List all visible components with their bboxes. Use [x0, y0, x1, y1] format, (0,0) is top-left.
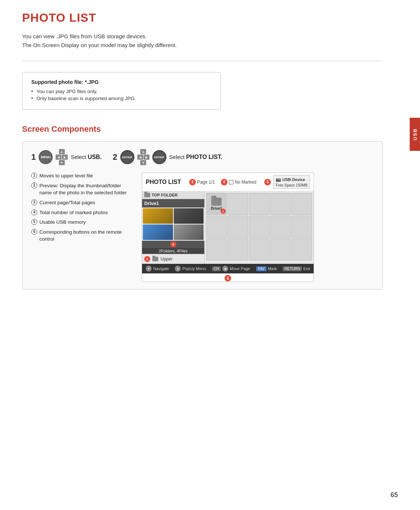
info-box: Supported photo file: *.JPG You can play…	[22, 72, 221, 110]
drive1-label: Drive1	[142, 199, 204, 208]
subtitle: You can view .JPG files from USB storage…	[22, 32, 383, 50]
arrow-left-1[interactable]: ◀	[56, 155, 61, 160]
annotation-1-grid: 1	[220, 209, 226, 214]
info-box-list: You can play JPG files only. Only baseli…	[31, 89, 212, 101]
photo-cell-8[interactable]	[249, 216, 269, 238]
photo-cell-14[interactable]	[270, 238, 291, 261]
photo-list-ui: PHOTO LIST 3 Page 1/1 4	[142, 173, 314, 282]
list-item-2: 2 Preview: Display the thumbnail/folder …	[31, 183, 134, 196]
page-number: 65	[391, 491, 398, 499]
toolbar-move-page[interactable]: CH ◉ Move Page	[212, 266, 250, 272]
photo-cell-13[interactable]	[249, 238, 269, 261]
thumb-4	[174, 224, 204, 240]
list-num-3: 3	[31, 199, 37, 205]
enter-button-1[interactable]: ENTER	[120, 150, 134, 164]
thumb-2	[174, 208, 204, 224]
arrow-left-2[interactable]: ◀	[137, 155, 143, 160]
photo-cell-12[interactable]	[227, 238, 248, 261]
info-item-2: Only baseline scan is supported among JP…	[31, 96, 212, 101]
ch-btn[interactable]: CH	[212, 266, 221, 271]
popup-icon: ●	[175, 266, 181, 272]
toolbar-mark[interactable]: FAV Mark	[256, 266, 277, 271]
photo-cell-6[interactable]	[206, 216, 227, 238]
menu-button[interactable]: MENU	[39, 150, 53, 164]
photo-list-toolbar: ✦ Navigate ● PopUp Menu CH ◉ Move Page	[142, 264, 314, 273]
folder-icon-upper	[152, 257, 158, 261]
photo-cell-4[interactable]	[270, 193, 291, 215]
list-num-1: 1	[31, 173, 37, 178]
nav-arrows-1[interactable]: ▲ ◀ ▶ ▼	[56, 149, 68, 165]
section-heading: Screen Components	[22, 124, 383, 134]
photo-cell-11[interactable]	[206, 238, 227, 261]
step-2-label: Select PHOTO LIST.	[169, 154, 222, 160]
photo-list-title: PHOTO LIST	[146, 179, 181, 185]
usb-tab-label: USB	[412, 128, 418, 140]
enter-button-2[interactable]: ENTER	[152, 150, 166, 164]
folder-icon-top	[144, 193, 150, 197]
list-num-2: 2	[31, 183, 37, 188]
photo-cell-3[interactable]	[249, 193, 269, 215]
folders-count: 2Folders, 4Files	[142, 248, 204, 254]
info-item-1: You can play JPG files only.	[31, 89, 212, 94]
photo-grid-area: TOP FOLDER Drive1	[142, 191, 314, 264]
photo-sidebar: TOP FOLDER Drive1	[142, 191, 205, 264]
annotation-3: 3	[189, 179, 196, 185]
arrow-up-1[interactable]: ▲	[59, 149, 65, 154]
nav-arrows-2[interactable]: ▲ ◀ ▶ ▼	[137, 149, 149, 165]
list-num-4: 4	[31, 209, 37, 215]
arrow-down-2[interactable]: ▼	[140, 160, 146, 165]
navigate-icon: ✦	[146, 266, 152, 272]
fav-btn[interactable]: FAV	[256, 266, 267, 271]
folder-large-icon	[211, 198, 222, 206]
page-info: Page 1/1	[197, 180, 215, 185]
usb-sidebar-tab: USB	[410, 118, 420, 151]
photo-cell-15[interactable]	[292, 238, 312, 261]
toolbar-exit[interactable]: RETURN Exit	[283, 266, 310, 271]
thumb-1	[143, 208, 173, 224]
list-item-1: 1 Moves to upper level file	[31, 173, 134, 180]
top-folder-item[interactable]: TOP FOLDER	[142, 191, 204, 199]
arrow-up-2[interactable]: ▲	[140, 149, 146, 154]
steps-row: 1 MENU ▲ ◀ ▶ ▼ Select USB.	[31, 149, 374, 165]
photo-cell-10[interactable]	[292, 216, 312, 238]
photo-cell-9[interactable]	[270, 216, 291, 238]
annotation-2-sidebar: 2	[170, 241, 176, 247]
no-marked: No Marked	[229, 180, 257, 185]
return-btn[interactable]: RETURN	[283, 266, 302, 271]
toolbar-popup[interactable]: ● PopUp Menu	[175, 266, 206, 272]
photo-cell-5[interactable]	[292, 193, 312, 215]
list-item-4: 4 Total number of marked photos	[31, 209, 134, 216]
components-list: 1 Moves to upper level file 2 Preview: D…	[31, 173, 134, 246]
checkbox-icon	[229, 180, 233, 184]
annotation-6: 6	[225, 275, 231, 281]
step-1-label: Select USB.	[71, 154, 102, 160]
step-1-number: 1	[31, 153, 36, 161]
list-num-6: 6	[31, 229, 37, 235]
title-bar: PHOTO LIST	[146, 179, 181, 185]
screen-components-container: 1 MENU ▲ ◀ ▶ ▼ Select USB.	[22, 141, 383, 290]
photo-cell-drive1[interactable]: Drive1 1	[206, 193, 227, 215]
usb-icon: 🖴	[276, 177, 281, 183]
list-item-6: 6 Corresponding buttons on the remote co…	[31, 229, 134, 243]
annotation-1-sidebar: 1	[144, 256, 150, 262]
usb-device-info: 🖴 USB Device Free Space 150MB	[273, 175, 310, 189]
annotation-4: 4	[221, 179, 227, 185]
thumbnail-grid	[142, 208, 204, 241]
photo-cell-2[interactable]	[227, 193, 248, 215]
photo-main-grid: Drive1 1	[205, 191, 314, 264]
thumb-3	[143, 224, 173, 240]
annotation-5: 5	[264, 179, 271, 185]
info-box-title: Supported photo file: *.JPG	[31, 79, 212, 85]
list-item-3: 3 Current page/Total pages	[31, 199, 134, 206]
arrow-down-1[interactable]: ▼	[59, 160, 65, 165]
upper-item[interactable]: 1 Upper	[142, 254, 204, 264]
toolbar-navigate: ✦ Navigate	[146, 266, 169, 272]
photo-list-ui-wrapper: PHOTO LIST 3 Page 1/1 4	[142, 173, 314, 282]
photo-cell-7[interactable]	[227, 216, 248, 238]
step-2-group: 2 ENTER ▲ ◀ ▶ ▼ ENTER Select P	[113, 149, 222, 165]
demo-area: 1 Moves to upper level file 2 Preview: D…	[31, 173, 374, 282]
arrow-right-1[interactable]: ▶	[62, 155, 68, 160]
step-1-group: 1 MENU ▲ ◀ ▶ ▼ Select USB.	[31, 149, 102, 165]
arrow-right-2[interactable]: ▶	[144, 155, 149, 160]
page-title: PHOTO LIST	[22, 11, 383, 25]
